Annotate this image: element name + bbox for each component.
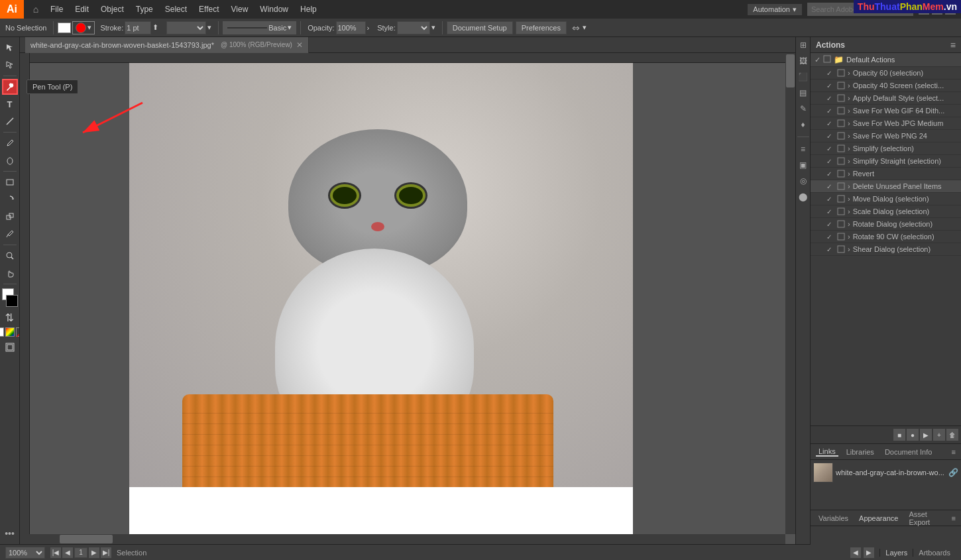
relink-icon[interactable]: 🔗 [948, 468, 958, 477]
swatches-icon[interactable]: ▤ [797, 86, 810, 99]
tab-links[interactable]: Links [816, 447, 838, 457]
tab-variables[interactable]: Variables [816, 513, 851, 524]
opacity-input[interactable] [336, 21, 366, 34]
h-scrollbar[interactable] [20, 534, 785, 544]
v-scroll-thumb[interactable] [786, 54, 795, 87]
h-scroll-thumb[interactable] [60, 535, 113, 543]
action-item-10[interactable]: ✓ › Move Dialog (selection) [811, 193, 961, 205]
new-action-button[interactable]: + [933, 429, 945, 441]
hand-tool[interactable] [2, 265, 18, 281]
menu-object[interactable]: Object [95, 3, 129, 15]
solid-color-button[interactable] [0, 327, 4, 337]
menu-select[interactable]: Select [160, 3, 192, 15]
action-item-12[interactable]: ✓ › Rotate Dialog (selection) [811, 218, 961, 231]
action-item-2[interactable]: ✓ › Apply Default Style (select... [811, 92, 961, 105]
tab-appearance[interactable]: Appearance [856, 513, 901, 524]
menu-effect[interactable]: Effect [194, 3, 224, 15]
document-setup-button[interactable]: Document Setup [447, 21, 513, 34]
tab-document-info[interactable]: Document Info [882, 448, 935, 456]
type-tool[interactable]: T [2, 96, 18, 112]
action-item-0[interactable]: ✓ › Opacity 60 (selection) [811, 67, 961, 80]
play-button[interactable]: ▶ [920, 429, 932, 441]
swap-colors-icon[interactable]: ⇅ [5, 311, 14, 323]
stroke-color-box[interactable] [6, 295, 18, 307]
action-item-7[interactable]: ✓ › Simplify Straight (selection) [811, 155, 961, 168]
rectangle-tool[interactable] [2, 174, 18, 190]
tab-layers[interactable]: Layers [880, 549, 913, 557]
more-tools[interactable]: ••• [2, 526, 17, 541]
library-icon[interactable]: ⊞ [797, 38, 810, 52]
artboard-next[interactable]: ▶ [864, 547, 874, 558]
nav-icon[interactable]: ◎ [797, 174, 810, 188]
links-menu-icon[interactable]: ≡ [952, 448, 956, 456]
action-item-11[interactable]: ✓ › Scale Dialog (selection) [811, 205, 961, 218]
paintbrush-tool[interactable] [2, 135, 18, 151]
automation-button[interactable]: Automation ▾ [748, 4, 802, 15]
symbols-icon[interactable]: ♦ [797, 118, 810, 131]
scale-tool[interactable] [2, 209, 18, 225]
zoom-tool[interactable] [2, 248, 18, 264]
bottom-menu-icon[interactable]: ≡ [952, 514, 956, 522]
properties-icon[interactable]: ▣ [797, 158, 810, 172]
preferences-button[interactable]: Preferences [516, 21, 567, 34]
stroke-color[interactable] [76, 23, 86, 33]
stroke-input[interactable] [125, 21, 151, 34]
action-item-3[interactable]: ✓ › Save For Web GIF 64 Dith... [811, 105, 961, 117]
blob-brush-tool[interactable] [2, 152, 18, 168]
tab-artboards[interactable]: Artboards [913, 549, 956, 557]
action-item-8[interactable]: ✓ › Revert [811, 168, 961, 180]
stop-button[interactable]: ■ [893, 429, 905, 441]
next-page-button[interactable]: ▶ [89, 547, 99, 558]
link-icon[interactable]: 🖼 [797, 54, 810, 68]
transform-icon[interactable]: ⬤ [797, 190, 810, 203]
menu-file[interactable]: File [45, 3, 68, 15]
menu-edit[interactable]: Edit [70, 3, 94, 15]
action-item-4[interactable]: ✓ › Save For Web JPG Medium [811, 117, 961, 130]
action-item-9[interactable]: ✓ › Delete Unused Panel Items [811, 180, 961, 193]
menu-window[interactable]: Window [254, 3, 294, 15]
change-screen-mode[interactable] [2, 339, 18, 355]
canvas-content[interactable] [30, 63, 785, 534]
stroke-style-control[interactable]: Basic ▾ [223, 21, 296, 34]
first-page-button[interactable]: |◀ [50, 547, 61, 558]
direct-selection-tool[interactable] [2, 57, 18, 73]
action-group-header[interactable]: ✓ 📁 Default Actions [811, 53, 961, 67]
action-item-6[interactable]: ✓ › Simplify (selection) [811, 142, 961, 155]
fill-swatch[interactable] [58, 23, 71, 33]
tab-asset-export[interactable]: Asset Export [906, 509, 946, 528]
zoom-select[interactable]: 100% [5, 547, 45, 559]
last-page-button[interactable]: ▶| [101, 547, 111, 558]
home-icon[interactable]: ⌂ [27, 0, 45, 19]
canvas-tab[interactable]: white-and-gray-cat-in-brown-woven-basket… [25, 37, 309, 53]
rotate-tool[interactable] [2, 192, 18, 207]
gradient-button[interactable] [5, 327, 15, 337]
style-select[interactable] [397, 21, 430, 34]
align-icon[interactable]: ⇔ [572, 23, 580, 33]
selection-tool[interactable] [2, 40, 18, 56]
page-input[interactable] [74, 547, 87, 558]
paragraph-icon[interactable]: ≡ [797, 142, 810, 156]
menu-type[interactable]: Type [131, 3, 158, 15]
menu-view[interactable]: View [226, 3, 254, 15]
action-item-1[interactable]: ✓ › Opacity 40 Screen (selecti... [811, 80, 961, 92]
prev-page-button[interactable]: ◀ [62, 547, 73, 558]
tab-libraries[interactable]: Libraries [844, 448, 877, 456]
line-tool[interactable] [2, 113, 18, 129]
stroke-control[interactable]: ▾ [72, 21, 95, 34]
stroke-arrows[interactable]: ⬆ [152, 23, 158, 32]
brush-icon[interactable]: ✎ [797, 102, 810, 115]
action-item-5[interactable]: ✓ › Save For Web PNG 24 [811, 130, 961, 142]
tab-close-button[interactable]: ✕ [296, 40, 303, 50]
opacity-arrow-right[interactable]: › [367, 24, 370, 32]
record-button[interactable]: ● [907, 429, 919, 441]
eyedropper-tool[interactable] [2, 226, 18, 242]
stroke-select[interactable] [166, 21, 206, 34]
action-item-13[interactable]: ✓ › Rotate 90 CW (selection) [811, 231, 961, 243]
panel-menu-icon[interactable]: ≡ [950, 40, 956, 50]
delete-action-button[interactable]: 🗑 [946, 429, 958, 441]
pen-tool[interactable] [2, 79, 18, 95]
color-icon[interactable]: ⬛ [797, 70, 810, 84]
artboard-prev[interactable]: ◀ [850, 547, 861, 558]
menu-help[interactable]: Help [295, 3, 322, 15]
action-item-14[interactable]: ✓ › Shear Dialog (selection) [811, 243, 961, 256]
